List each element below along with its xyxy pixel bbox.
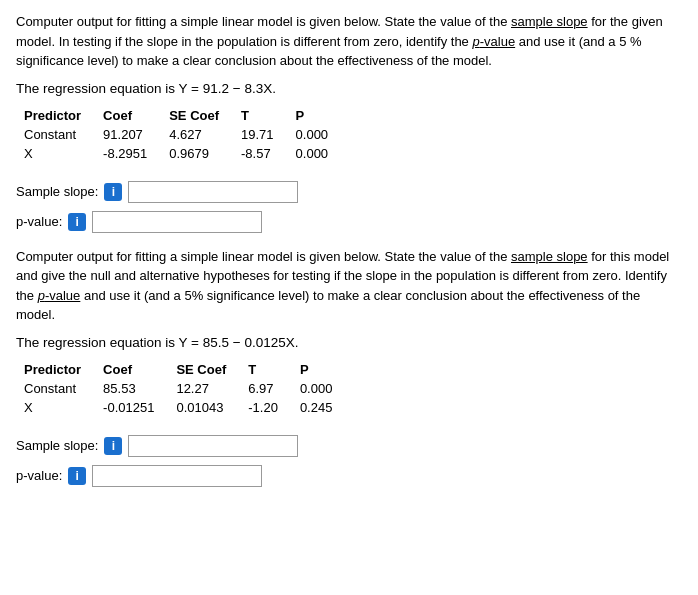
section1-pvalue-row: p-value: i bbox=[16, 211, 682, 233]
cell-t: 19.71 bbox=[237, 125, 292, 144]
col-p-2: P bbox=[296, 360, 351, 379]
cell-coef: 85.53 bbox=[99, 379, 172, 398]
table-row: Constant 85.53 12.27 6.97 0.000 bbox=[20, 379, 350, 398]
cell-predictor: X bbox=[20, 144, 99, 163]
section2-table: Predictor Coef SE Coef T P Constant 85.5… bbox=[16, 360, 682, 417]
col-t-1: T bbox=[237, 106, 292, 125]
col-predictor-2: Predictor bbox=[20, 360, 99, 379]
cell-p: 0.000 bbox=[292, 125, 347, 144]
section1-sample-slope-row: Sample slope: i bbox=[16, 181, 682, 203]
cell-secoef: 4.627 bbox=[165, 125, 237, 144]
cell-t: 6.97 bbox=[244, 379, 296, 398]
cell-p: 0.000 bbox=[296, 379, 351, 398]
section2-sample-slope-row: Sample slope: i bbox=[16, 435, 682, 457]
sample-slope-input-1[interactable] bbox=[128, 181, 298, 203]
cell-p: 0.000 bbox=[292, 144, 347, 163]
section1-table: Predictor Coef SE Coef T P Constant 91.2… bbox=[16, 106, 682, 163]
col-coef-1: Coef bbox=[99, 106, 165, 125]
table-row: X -0.01251 0.01043 -1.20 0.245 bbox=[20, 398, 350, 417]
cell-predictor: X bbox=[20, 398, 99, 417]
section2-highlight-slope: sample slope bbox=[511, 249, 588, 264]
col-coef-2: Coef bbox=[99, 360, 172, 379]
pvalue-info-btn-2[interactable]: i bbox=[68, 467, 86, 485]
cell-p: 0.245 bbox=[296, 398, 351, 417]
cell-coef: -0.01251 bbox=[99, 398, 172, 417]
cell-secoef: 0.01043 bbox=[172, 398, 244, 417]
cell-t: -8.57 bbox=[237, 144, 292, 163]
pvalue-info-btn-1[interactable]: i bbox=[68, 213, 86, 231]
cell-secoef: 12.27 bbox=[172, 379, 244, 398]
cell-predictor: Constant bbox=[20, 125, 99, 144]
cell-secoef: 0.9679 bbox=[165, 144, 237, 163]
pvalue-input-1[interactable] bbox=[92, 211, 262, 233]
pvalue-label-2: p-value: bbox=[16, 468, 62, 483]
sample-slope-label-1: Sample slope: bbox=[16, 184, 98, 199]
sample-slope-input-2[interactable] bbox=[128, 435, 298, 457]
table-row: X -8.2951 0.9679 -8.57 0.000 bbox=[20, 144, 346, 163]
section1-equation: The regression equation is Y = 91.2 − 8.… bbox=[16, 81, 682, 96]
col-secoef-1: SE Coef bbox=[165, 106, 237, 125]
section2-pvalue-row: p-value: i bbox=[16, 465, 682, 487]
sample-slope-info-btn-1[interactable]: i bbox=[104, 183, 122, 201]
pvalue-input-2[interactable] bbox=[92, 465, 262, 487]
col-p-1: P bbox=[292, 106, 347, 125]
section1-paragraph: Computer output for fitting a simple lin… bbox=[16, 12, 682, 71]
col-secoef-2: SE Coef bbox=[172, 360, 244, 379]
pvalue-label-1: p-value: bbox=[16, 214, 62, 229]
cell-t: -1.20 bbox=[244, 398, 296, 417]
section1-highlight-pvalue: p-value bbox=[472, 34, 515, 49]
col-predictor-1: Predictor bbox=[20, 106, 99, 125]
section2-highlight-pvalue: p-value bbox=[38, 288, 81, 303]
cell-coef: -8.2951 bbox=[99, 144, 165, 163]
cell-predictor: Constant bbox=[20, 379, 99, 398]
section2-equation: The regression equation is Y = 85.5 − 0.… bbox=[16, 335, 682, 350]
col-t-2: T bbox=[244, 360, 296, 379]
table-row: Constant 91.207 4.627 19.71 0.000 bbox=[20, 125, 346, 144]
cell-coef: 91.207 bbox=[99, 125, 165, 144]
section1-highlight-slope: sample slope bbox=[511, 14, 588, 29]
sample-slope-label-2: Sample slope: bbox=[16, 438, 98, 453]
sample-slope-info-btn-2[interactable]: i bbox=[104, 437, 122, 455]
section2-paragraph: Computer output for fitting a simple lin… bbox=[16, 247, 682, 325]
